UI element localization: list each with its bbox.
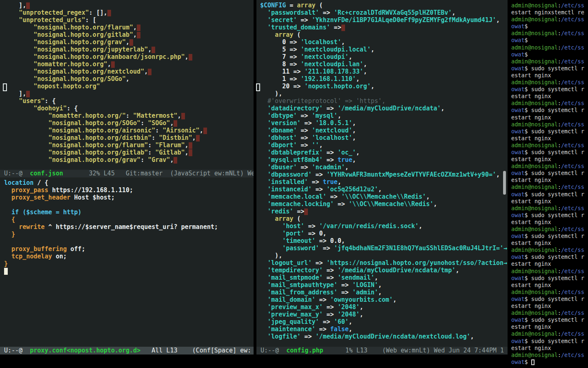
terminal-line: admin@nosignal:/etc/ss [511, 352, 588, 359]
code-token: 8 [282, 61, 286, 68]
code-token: /etc/ss [561, 310, 584, 316]
code-token: , [126, 38, 129, 46]
code-token: : [558, 247, 561, 253]
code-token: 'localhost' [312, 134, 352, 141]
code-token: => [323, 303, 338, 311]
code-line: 'datadirectory' => '/media/myCloudDrive/… [260, 105, 508, 112]
code-token: true [338, 156, 352, 164]
terminal-line: admin@nosignal:/etc/ss [511, 79, 588, 86]
code-token: : [140, 156, 148, 164]
code-line: 'maintenance' => false, [260, 325, 508, 333]
code-token: : [148, 149, 155, 156]
terminal-line: estart nginx [511, 345, 588, 352]
code-token: Host $host; [71, 194, 115, 201]
code-token: , [144, 68, 148, 75]
code-token: /etc/ss [561, 352, 584, 358]
code-token: => [297, 141, 312, 149]
terminal-line: owat$ sudo systemctl r [511, 296, 588, 303]
code-token: true [323, 178, 338, 186]
code-token: 'version' [267, 119, 301, 127]
proxy-conf-editor[interactable]: location / { proxy_pass https://192.168.… [0, 177, 254, 347]
code-token [4, 253, 11, 260]
proxy-conf-modeline[interactable]: U:--@ proxy.conf<nopost.hopto.org.d> All… [0, 347, 254, 355]
code-token [260, 61, 282, 68]
code-token [4, 149, 48, 156]
code-token: : [558, 79, 561, 85]
code-token [260, 46, 282, 53]
code-token: ( [293, 31, 301, 38]
code-token: , [433, 200, 437, 208]
code-line: 'dbuser' => 'ncadmin', [260, 164, 508, 171]
code-token: "Airsonic" [163, 127, 199, 134]
code-token: 0 [282, 38, 286, 46]
code-token: admin@nosignal [511, 163, 558, 169]
code-token: => [290, 83, 304, 90]
code-token: "nomatter.hopto.org/" [48, 112, 126, 119]
code-line: "nosignal.hopto.org/SOGo": "SOGo", [4, 119, 254, 127]
code-line: 'preview_max_x' => '2048', [260, 303, 508, 311]
code-token: 'https://nosignal.hopto.org/yunohost/sso… [327, 259, 503, 267]
code-token: location [4, 179, 33, 186]
code-token: 'ownyourbits.com' [330, 296, 393, 303]
terminal-line: admin@nosignal:/etc/ss [511, 247, 588, 254]
code-token: => [290, 68, 304, 75]
terminal-line: estart nginx [511, 198, 588, 205]
conf-json-editor[interactable]: ], "unprotected_regex": [], "unprotected… [0, 0, 254, 170]
code-token [260, 259, 267, 267]
code-token: 11 [282, 68, 290, 75]
code-token: /etc/ss [561, 16, 584, 22]
code-line: 'dbtype' => 'mysql', [260, 112, 508, 119]
terminal-line: owat$ sudo systemctl r [511, 338, 588, 345]
code-token: , [349, 318, 352, 325]
config-php-editor[interactable]: $CONFIG = array ( 'passwordsalt' => 'Rc+… [256, 0, 508, 347]
code-token: /etc/ss [561, 30, 584, 36]
code-token: , [371, 46, 374, 53]
code-token: } [4, 231, 15, 238]
fringe-indicator-icon [256, 83, 260, 91]
code-line: "unprotected_urls": [ [4, 16, 254, 24]
text-cursor [4, 268, 8, 275]
code-token: , [185, 53, 189, 61]
code-token: admin@nosignal [511, 2, 558, 9]
code-line: proxy_pass https://192.168.1.110; [4, 186, 254, 194]
code-line: 'dbtableprefix' => 'oc_', [260, 149, 508, 156]
code-token: , [374, 274, 378, 281]
code-token: owat [511, 65, 525, 72]
code-token: , [470, 333, 474, 340]
code-token [260, 31, 275, 38]
scrollbar-thumb[interactable] [503, 171, 506, 195]
conf-json-modeline[interactable]: U:--@ conf.json 32% L45 Git:master (Java… [0, 170, 254, 177]
code-token: "doohoyi" [33, 105, 67, 112]
code-token [4, 105, 33, 112]
code-token: owat [511, 254, 525, 260]
code-token: 32% L45 Git:master (JavaScript ew:mNLt) … [63, 170, 254, 177]
terminal-line: estart nginx [511, 177, 588, 184]
terminal-line: admin@nosignal:/etc/ss [511, 184, 588, 191]
code-line: 'passwordsalt' => 'Rc+crozalDTdRWVXaGq55… [260, 9, 508, 16]
code-line: "nosignal.hopto.org/grav", [4, 38, 254, 46]
trailing-whitespace-marker [196, 135, 200, 141]
code-token: , [378, 281, 382, 289]
code-token: $ [525, 23, 528, 29]
code-token: , [341, 237, 345, 245]
code-token: => [330, 24, 341, 31]
terminal-pane[interactable]: admin@nosignal:/etc/ssestart nginxstemct… [508, 0, 588, 368]
code-token: /etc/ss [561, 330, 584, 337]
code-token: : [ [85, 16, 96, 24]
code-line: 8 => 'nextcloudpi.lan', [260, 61, 508, 68]
terminal-line: owat$ [511, 51, 588, 58]
code-token [4, 38, 33, 46]
code-token: array [275, 215, 293, 222]
code-token: owat [511, 316, 525, 323]
code-token: => [312, 186, 326, 193]
config-php-modeline[interactable]: U:--@ config.php 1% L13 (Web ew:mnLt) We… [256, 347, 508, 355]
code-token: estart nginx [511, 282, 551, 288]
code-token: if ($scheme = http) [11, 209, 82, 216]
code-token: 'memcache.locking' [267, 200, 334, 208]
code-line: rewrite ^ https://$server_name$request_u… [4, 223, 254, 231]
terminal-line: estart nginx [511, 114, 588, 121]
code-token: 'Rc+crozalDTdRWVXaGq55plHZ0TEBv' [334, 9, 452, 16]
code-token [4, 156, 48, 164]
line-truncation-arrow-icon: → [503, 245, 507, 252]
code-token: => [338, 281, 352, 289]
